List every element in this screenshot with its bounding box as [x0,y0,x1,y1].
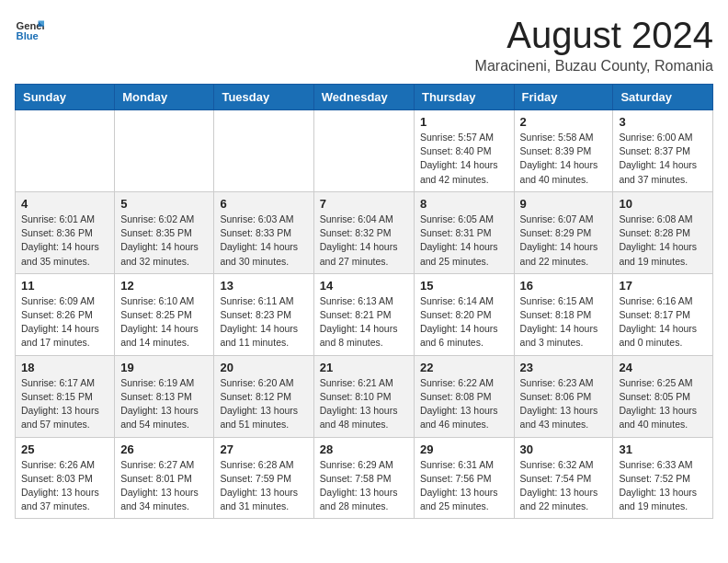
day-number: 25 [21,442,108,456]
day-info: Sunrise: 6:19 AM Sunset: 8:13 PM Dayligh… [120,376,208,432]
calendar-cell: 3Sunrise: 6:00 AM Sunset: 8:37 PM Daylig… [613,110,713,192]
day-number: 10 [619,197,707,211]
day-info: Sunrise: 6:33 AM Sunset: 7:52 PM Dayligh… [619,458,707,514]
day-number: 9 [520,197,608,211]
day-info: Sunrise: 6:07 AM Sunset: 8:29 PM Dayligh… [520,213,608,269]
day-number: 23 [520,361,608,374]
col-friday: Friday [514,85,613,110]
svg-text:Blue: Blue [17,30,39,41]
calendar-cell: 19Sunrise: 6:19 AM Sunset: 8:13 PM Dayli… [115,355,214,437]
day-number: 7 [320,197,408,211]
day-number: 17 [619,279,707,293]
logo: General Blue [15,15,44,44]
day-number: 1 [420,115,508,129]
day-info: Sunrise: 6:17 AM Sunset: 8:15 PM Dayligh… [21,376,108,432]
day-info: Sunrise: 6:22 AM Sunset: 8:08 PM Dayligh… [420,376,508,432]
calendar-cell: 27Sunrise: 6:28 AM Sunset: 7:59 PM Dayli… [214,437,313,519]
calendar-cell [313,110,414,192]
day-number: 12 [120,279,208,293]
calendar-week-5: 25Sunrise: 6:26 AM Sunset: 8:03 PM Dayli… [16,437,713,519]
day-info: Sunrise: 6:32 AM Sunset: 7:54 PM Dayligh… [520,458,608,514]
day-info: Sunrise: 5:57 AM Sunset: 8:40 PM Dayligh… [420,131,508,187]
calendar-cell: 26Sunrise: 6:27 AM Sunset: 8:01 PM Dayli… [115,437,214,519]
day-number: 20 [220,361,307,374]
calendar-cell: 24Sunrise: 6:25 AM Sunset: 8:05 PM Dayli… [613,355,713,437]
day-info: Sunrise: 6:08 AM Sunset: 8:28 PM Dayligh… [619,213,707,269]
calendar-location: Maracineni, Buzau County, Romania [475,58,713,75]
day-info: Sunrise: 6:23 AM Sunset: 8:06 PM Dayligh… [520,376,608,432]
calendar-cell: 14Sunrise: 6:13 AM Sunset: 8:21 PM Dayli… [313,273,414,355]
day-number: 19 [120,361,208,374]
calendar-cell: 1Sunrise: 5:57 AM Sunset: 8:40 PM Daylig… [414,110,514,192]
day-info: Sunrise: 6:11 AM Sunset: 8:23 PM Dayligh… [220,294,307,350]
day-number: 24 [619,361,707,374]
day-number: 16 [520,279,608,293]
calendar-cell: 11Sunrise: 6:09 AM Sunset: 8:26 PM Dayli… [16,273,115,355]
calendar-cell: 6Sunrise: 6:03 AM Sunset: 8:33 PM Daylig… [214,191,313,273]
calendar-cell: 21Sunrise: 6:21 AM Sunset: 8:10 PM Dayli… [313,355,414,437]
day-info: Sunrise: 6:27 AM Sunset: 8:01 PM Dayligh… [120,458,208,514]
calendar-table: Sunday Monday Tuesday Wednesday Thursday… [15,84,713,519]
day-number: 30 [520,442,608,456]
logo-icon: General Blue [15,15,44,44]
day-info: Sunrise: 6:16 AM Sunset: 8:17 PM Dayligh… [619,294,707,350]
day-info: Sunrise: 6:01 AM Sunset: 8:36 PM Dayligh… [21,213,108,269]
calendar-cell: 31Sunrise: 6:33 AM Sunset: 7:52 PM Dayli… [613,437,713,519]
day-info: Sunrise: 6:25 AM Sunset: 8:05 PM Dayligh… [619,376,707,432]
calendar-cell: 10Sunrise: 6:08 AM Sunset: 8:28 PM Dayli… [613,191,713,273]
day-number: 15 [420,279,508,293]
calendar-cell: 8Sunrise: 6:05 AM Sunset: 8:31 PM Daylig… [414,191,514,273]
title-block: August 2024 Maracineni, Buzau County, Ro… [475,15,713,75]
calendar-week-2: 4Sunrise: 6:01 AM Sunset: 8:36 PM Daylig… [16,191,713,273]
col-wednesday: Wednesday [313,85,414,110]
day-number: 28 [320,442,408,456]
day-number: 31 [619,442,707,456]
day-info: Sunrise: 6:21 AM Sunset: 8:10 PM Dayligh… [320,376,408,432]
calendar-cell: 2Sunrise: 5:58 AM Sunset: 8:39 PM Daylig… [514,110,613,192]
col-thursday: Thursday [414,85,514,110]
day-number: 18 [21,361,108,374]
day-info: Sunrise: 6:03 AM Sunset: 8:33 PM Dayligh… [220,213,307,269]
day-info: Sunrise: 6:00 AM Sunset: 8:37 PM Dayligh… [619,131,707,187]
day-number: 6 [220,197,307,211]
calendar-header-row: Sunday Monday Tuesday Wednesday Thursday… [16,85,713,110]
calendar-cell: 13Sunrise: 6:11 AM Sunset: 8:23 PM Dayli… [214,273,313,355]
day-number: 29 [420,442,508,456]
col-saturday: Saturday [613,85,713,110]
calendar-cell: 20Sunrise: 6:20 AM Sunset: 8:12 PM Dayli… [214,355,313,437]
page-header: General Blue August 2024 Maracineni, Buz… [15,15,713,75]
day-number: 4 [21,197,108,211]
day-number: 3 [619,115,707,129]
day-number: 2 [520,115,608,129]
day-number: 26 [120,442,208,456]
day-number: 27 [220,442,307,456]
day-info: Sunrise: 6:13 AM Sunset: 8:21 PM Dayligh… [320,294,408,350]
calendar-cell: 30Sunrise: 6:32 AM Sunset: 7:54 PM Dayli… [514,437,613,519]
calendar-cell: 17Sunrise: 6:16 AM Sunset: 8:17 PM Dayli… [613,273,713,355]
day-info: Sunrise: 5:58 AM Sunset: 8:39 PM Dayligh… [520,131,608,187]
calendar-week-1: 1Sunrise: 5:57 AM Sunset: 8:40 PM Daylig… [16,110,713,192]
day-info: Sunrise: 6:14 AM Sunset: 8:20 PM Dayligh… [420,294,508,350]
calendar-cell: 12Sunrise: 6:10 AM Sunset: 8:25 PM Dayli… [115,273,214,355]
col-sunday: Sunday [16,85,115,110]
day-info: Sunrise: 6:04 AM Sunset: 8:32 PM Dayligh… [320,213,408,269]
day-info: Sunrise: 6:15 AM Sunset: 8:18 PM Dayligh… [520,294,608,350]
day-number: 5 [120,197,208,211]
calendar-cell: 16Sunrise: 6:15 AM Sunset: 8:18 PM Dayli… [514,273,613,355]
calendar-cell: 7Sunrise: 6:04 AM Sunset: 8:32 PM Daylig… [313,191,414,273]
day-info: Sunrise: 6:05 AM Sunset: 8:31 PM Dayligh… [420,213,508,269]
day-number: 11 [21,279,108,293]
day-info: Sunrise: 6:26 AM Sunset: 8:03 PM Dayligh… [21,458,108,514]
day-info: Sunrise: 6:31 AM Sunset: 7:56 PM Dayligh… [420,458,508,514]
day-info: Sunrise: 6:29 AM Sunset: 7:58 PM Dayligh… [320,458,408,514]
calendar-cell [16,110,115,192]
calendar-cell: 4Sunrise: 6:01 AM Sunset: 8:36 PM Daylig… [16,191,115,273]
calendar-week-3: 11Sunrise: 6:09 AM Sunset: 8:26 PM Dayli… [16,273,713,355]
day-number: 21 [320,361,408,374]
day-number: 13 [220,279,307,293]
calendar-cell: 5Sunrise: 6:02 AM Sunset: 8:35 PM Daylig… [115,191,214,273]
day-info: Sunrise: 6:02 AM Sunset: 8:35 PM Dayligh… [120,213,208,269]
day-info: Sunrise: 6:20 AM Sunset: 8:12 PM Dayligh… [220,376,307,432]
day-number: 8 [420,197,508,211]
col-monday: Monday [115,85,214,110]
